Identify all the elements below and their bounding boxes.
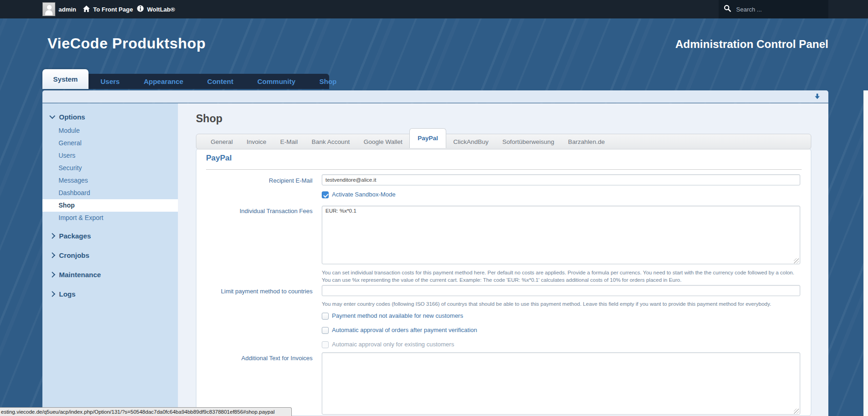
transaction-fees-textarea[interactable]: EUR: %x*0.1 xyxy=(322,206,800,264)
scroll-down-arrow-icon[interactable] xyxy=(814,93,821,100)
info-icon xyxy=(137,5,144,13)
section-title: PayPal xyxy=(206,154,232,163)
sidebar: Options Module General Users Security Me… xyxy=(42,103,178,416)
menu-tab-shop[interactable]: Shop xyxy=(307,74,349,89)
sidebar-section-maintenance[interactable]: Maintenance xyxy=(50,267,101,281)
collapse-band xyxy=(42,90,828,103)
sandbox-mode-label[interactable]: Activate Sandbox-Mode xyxy=(332,191,396,198)
search-box xyxy=(719,0,828,18)
resize-grip-icon[interactable] xyxy=(794,258,799,263)
limit-countries-help: You may enter country codes (following I… xyxy=(322,300,803,308)
main-area: Options Module General Users Security Me… xyxy=(42,103,828,416)
auto-approval-checkbox[interactable] xyxy=(322,327,329,334)
page-title: Shop xyxy=(196,113,223,125)
sidebar-item-security[interactable]: Security xyxy=(42,162,178,174)
user-avatar[interactable] xyxy=(42,2,55,16)
invoice-text-label: Additional Text for Invoices xyxy=(196,355,313,362)
new-customers-label[interactable]: Payment method not available for new cus… xyxy=(332,312,463,319)
menu-tab-users[interactable]: Users xyxy=(89,74,132,89)
sidebar-section-cronjobs[interactable]: Cronjobs xyxy=(50,248,89,262)
search-icon xyxy=(724,5,731,14)
avatar-icon xyxy=(47,5,52,10)
tab-email[interactable]: E-Mail xyxy=(273,138,305,145)
tab-clickandbuy[interactable]: ClickAndBuy xyxy=(446,138,496,145)
auto-approval-existing-checkbox[interactable] xyxy=(322,341,329,348)
top-bar: admin To Front Page WoltLab® xyxy=(0,0,868,18)
recipient-email-label: Recipient E-Mail xyxy=(196,177,313,184)
paypal-settings-panel: PayPal Recipient E-Mail Activate Sandbox… xyxy=(196,149,811,416)
woltlab-link[interactable]: WoltLab® xyxy=(137,0,175,18)
chevron-down-icon xyxy=(49,113,55,119)
sidebar-item-general[interactable]: General xyxy=(42,137,178,149)
transaction-fees-help: You can set individual transaction costs… xyxy=(322,269,803,284)
auto-approval-existing-label: Automaic approval only for existing cust… xyxy=(332,341,454,348)
home-icon xyxy=(83,6,90,13)
limit-countries-input[interactable] xyxy=(322,285,800,296)
search-input[interactable] xyxy=(735,6,815,13)
sidebar-item-import-export[interactable]: Import & Export xyxy=(42,212,178,224)
chevron-right-icon xyxy=(49,233,55,239)
tab-paypal[interactable]: PayPal xyxy=(409,128,446,148)
sidebar-item-messages[interactable]: Messages xyxy=(42,174,178,187)
sidebar-item-module[interactable]: Module xyxy=(42,125,178,137)
chevron-right-icon xyxy=(49,291,55,297)
sidebar-item-shop[interactable]: Shop xyxy=(42,199,178,212)
sidebar-section-logs[interactable]: Logs xyxy=(50,287,76,301)
resize-grip-icon[interactable] xyxy=(794,409,799,414)
tab-sofortueberweisung[interactable]: Sofortüberweisung xyxy=(496,138,561,145)
tab-bank-account[interactable]: Bank Account xyxy=(305,138,357,145)
menu-tab-appearance[interactable]: Appearance xyxy=(132,74,195,89)
invoice-text-textarea[interactable] xyxy=(322,352,800,415)
menu-tab-content[interactable]: Content xyxy=(195,74,246,89)
transaction-fees-label: Individual Transaction Fees xyxy=(196,208,313,214)
auto-approval-label[interactable]: Automatic approval of orders after payme… xyxy=(332,327,477,333)
settings-tab-bar: General Invoice E-Mail Bank Account Goog… xyxy=(196,134,811,149)
username-link[interactable]: admin xyxy=(59,0,76,18)
front-page-link[interactable]: To Front Page xyxy=(83,0,133,18)
acp-title: Administration Control Panel xyxy=(675,38,828,51)
menu-tab-system[interactable]: System xyxy=(42,69,89,89)
app-logo: VieCode Produktshop xyxy=(47,35,206,52)
browser-scrollbar[interactable] xyxy=(863,90,868,416)
tab-google-wallet[interactable]: Google Wallet xyxy=(357,138,409,145)
menu-tab-community[interactable]: Community xyxy=(245,74,307,89)
chevron-right-icon xyxy=(49,252,55,258)
sidebar-section-options[interactable]: Options xyxy=(50,110,85,124)
sidebar-item-users[interactable]: Users xyxy=(42,149,178,162)
link-preview-statusbar: esting.viecode.de/q5ueu/acp/index.php/Op… xyxy=(0,407,292,416)
tab-barzahlen[interactable]: Barzahlen.de xyxy=(561,138,612,145)
chevron-right-icon xyxy=(49,272,55,278)
new-customers-checkbox[interactable] xyxy=(322,313,329,320)
sidebar-item-dashboard[interactable]: Dashboard xyxy=(42,187,178,199)
limit-countries-label: Limit payment method to countries xyxy=(196,288,313,295)
tab-invoice[interactable]: Invoice xyxy=(240,138,273,145)
recipient-email-input[interactable] xyxy=(322,174,800,185)
sidebar-section-packages[interactable]: Packages xyxy=(50,229,91,243)
section-divider xyxy=(206,169,802,170)
tab-general[interactable]: General xyxy=(204,138,240,145)
sandbox-mode-checkbox[interactable] xyxy=(322,191,329,198)
